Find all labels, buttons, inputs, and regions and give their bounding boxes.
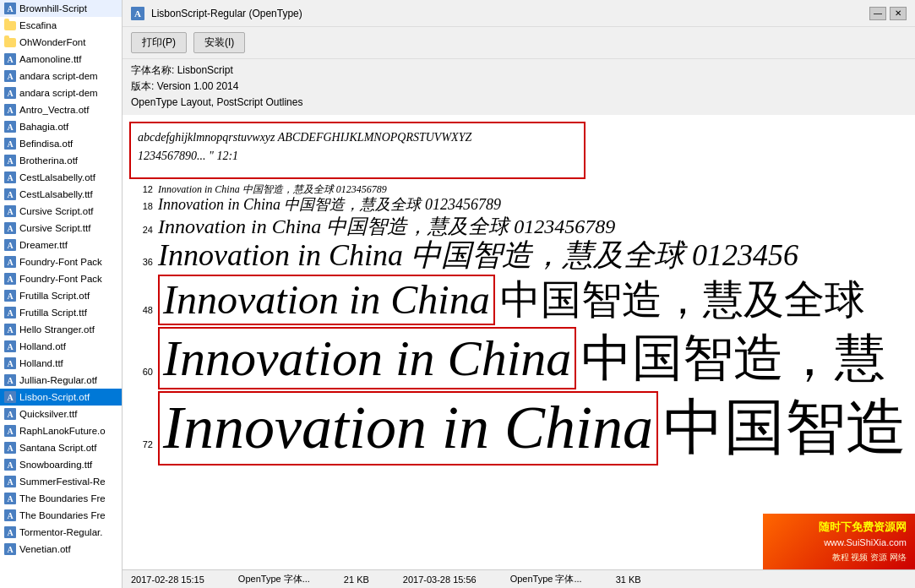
sidebar-item-19[interactable]: AHello Stranger.otf [0, 321, 122, 338]
sidebar-item-label: Foundry-Font Pack [19, 257, 102, 267]
sidebar-item-3[interactable]: AAamonoline.ttf [0, 51, 122, 68]
sidebar-item-8[interactable]: ABefindisa.otf [0, 135, 122, 152]
font-file-icon: A [3, 407, 17, 421]
sidebar-item-30[interactable]: AThe Boundaries Fre [0, 507, 122, 524]
preview-row-36: 36Innovation in China 中国智造，慧及全球 0123456 [129, 239, 908, 273]
preview-row-24: 24Innovation in China 中国智造，慧及全球 01234567… [129, 215, 908, 237]
sidebar-item-10[interactable]: ACestLalsabelly.otf [0, 169, 122, 186]
sidebar-item-1[interactable]: Escafina [0, 17, 122, 34]
folder-icon [3, 19, 17, 32]
preview-row-boxed-60: 60Innovation in China中国智造，慧 [129, 327, 908, 389]
file-type-2: OpenType 字体... [510, 573, 582, 585]
size-label: 48 [129, 305, 153, 315]
file-size-2: 31 KB [616, 574, 641, 585]
font-version-label: 版本: [131, 80, 154, 92]
preview-row-boxed-72: 72Innovation in China中国智造 [129, 391, 908, 465]
font-file-icon: A [3, 171, 17, 184]
font-version-value: Version 1.00 2014 [157, 80, 239, 92]
preview-row-12: 12Innovation in China 中国智造，慧及全球 01234567… [129, 184, 908, 195]
sidebar-item-25[interactable]: ARaphLanokFuture.o [0, 422, 122, 439]
sidebar-item-18[interactable]: AFrutilla Script.ttf [0, 304, 122, 321]
font-file-icon: A [3, 542, 17, 556]
sidebar-item-32[interactable]: AVenetian.otf [0, 541, 122, 558]
font-file-icon: A [3, 458, 17, 471]
preview-text: Innovation in China 中国智造，慧及全球 0123456789 [158, 197, 501, 214]
font-file-icon: A [3, 289, 17, 302]
sidebar-item-label: Brotherina.otf [19, 155, 78, 166]
font-name-label: 字体名称: [131, 64, 174, 76]
main-panel: A LisbonScript-Regular (OpenType) — ✕ 打印… [123, 0, 915, 588]
install-button[interactable]: 安装(I) [193, 32, 245, 53]
sidebar-item-label: Lisbon-Script.otf [19, 392, 90, 402]
preview-text-script: Innovation in China [163, 277, 490, 322]
sidebar-item-label: Frutilla Script.otf [19, 291, 90, 301]
folder-icon [3, 35, 17, 49]
font-file-icon: A [3, 323, 17, 336]
sidebar-item-2[interactable]: OhWonderFont [0, 34, 122, 51]
sidebar-item-label: Santana Script.otf [19, 443, 96, 453]
sidebar-item-label: Foundry-Font Pack [19, 274, 102, 284]
sample-text-top: abcdefghijklmnopqrstuvwxyz ABCDEFGHIJKLM… [138, 128, 577, 166]
sidebar-item-label: Quicksilver.ttf [19, 409, 77, 419]
sidebar-item-22[interactable]: AJullian-Regular.otf [0, 372, 122, 389]
file-type-1: OpenType 字体... [238, 573, 310, 585]
file-size-1: 21 KB [344, 574, 369, 585]
sidebar-item-label: The Boundaries Fre [19, 510, 106, 520]
watermark-tags: 教程 视频 资源 网络 [771, 551, 907, 564]
sidebar-item-label: The Boundaries Fre [19, 493, 106, 504]
watermark-title: 随时下免费资源网 [771, 519, 907, 536]
font-file-icon: A [3, 238, 17, 252]
sidebar-item-7[interactable]: ABahagia.otf [0, 118, 122, 135]
minimize-button[interactable]: — [869, 7, 886, 20]
print-button[interactable]: 打印(P) [131, 32, 187, 53]
sidebar-item-26[interactable]: ASantana Script.otf [0, 439, 122, 456]
font-file-icon: A [3, 69, 17, 83]
sidebar-item-21[interactable]: AHolland.ttf [0, 355, 122, 372]
sidebar-item-label: CestLalsabelly.otf [19, 172, 95, 182]
sidebar-item-12[interactable]: ACursive Script.otf [0, 203, 122, 220]
size-label: 36 [129, 257, 153, 267]
sidebar-item-9[interactable]: ABrotherina.otf [0, 152, 122, 169]
sidebar-item-6[interactable]: AAntro_Vectra.otf [0, 101, 122, 118]
preview-box: Innovation in China [158, 327, 576, 389]
font-file-icon: A [3, 525, 17, 539]
bottom-bar: 2017-02-28 15:15 OpenType 字体... 21 KB 20… [123, 569, 915, 588]
sidebar-item-13[interactable]: ACursive Script.ttf [0, 220, 122, 237]
preview-text-script: Innovation in China [163, 330, 571, 386]
file-list[interactable]: ABrownhill-ScriptEscafinaOhWonderFontAAa… [0, 0, 123, 588]
preview-text: Innovation in China 中国智造，慧及全球 0123456 [158, 239, 798, 273]
font-file-icon: A [3, 120, 17, 133]
sidebar-item-label: andara script-dem [19, 71, 98, 81]
sidebar-item-14[interactable]: ADreamer.ttf [0, 237, 122, 253]
font-file-icon: A [3, 272, 17, 286]
toolbar: 打印(P) 安装(I) [123, 27, 915, 59]
preview-text-script: Innovation in China [163, 394, 653, 461]
sidebar-item-11[interactable]: ACestLalsabelly.ttf [0, 186, 122, 203]
sidebar-item-28[interactable]: ASummerFestival-Re [0, 473, 122, 490]
sidebar-item-31[interactable]: ATormentor-Regular. [0, 524, 122, 541]
sidebar-item-29[interactable]: AThe Boundaries Fre [0, 490, 122, 507]
sidebar-item-label: Befindisa.otf [19, 139, 73, 149]
sidebar-item-label: Brownhill-Script [19, 3, 87, 14]
sidebar-item-5[interactable]: Aandara script-dem [0, 84, 122, 101]
sidebar-item-17[interactable]: AFrutilla Script.otf [0, 287, 122, 304]
sidebar-item-27[interactable]: ASnowboarding.ttf [0, 456, 122, 473]
sidebar-item-23[interactable]: ALisbon-Script.otf [0, 389, 122, 406]
sidebar-item-15[interactable]: AFoundry-Font Pack [0, 253, 122, 270]
title-bar: A LisbonScript-Regular (OpenType) — ✕ [123, 0, 915, 27]
watermark-url: www.SuiShiXia.com [771, 536, 907, 551]
window-controls[interactable]: — ✕ [869, 7, 907, 20]
sidebar-item-20[interactable]: AHolland.otf [0, 338, 122, 355]
font-file-icon: A [3, 188, 17, 201]
sidebar-item-24[interactable]: AQuicksilver.ttf [0, 406, 122, 422]
preview-box: Innovation in China [158, 391, 658, 465]
sidebar-item-4[interactable]: Aandara script-dem [0, 68, 122, 84]
window-title: LisbonScript-Regular (OpenType) [151, 8, 302, 19]
sidebar-item-0[interactable]: ABrownhill-Script [0, 0, 122, 17]
preview-text-chinese: 中国智造，慧 [581, 330, 885, 386]
sidebar-item-16[interactable]: AFoundry-Font Pack [0, 270, 122, 287]
title-bar-left: A LisbonScript-Regular (OpenType) [131, 7, 302, 20]
close-button[interactable]: ✕ [890, 7, 907, 20]
font-file-icon: A [3, 492, 17, 505]
size-label: 60 [129, 367, 153, 377]
